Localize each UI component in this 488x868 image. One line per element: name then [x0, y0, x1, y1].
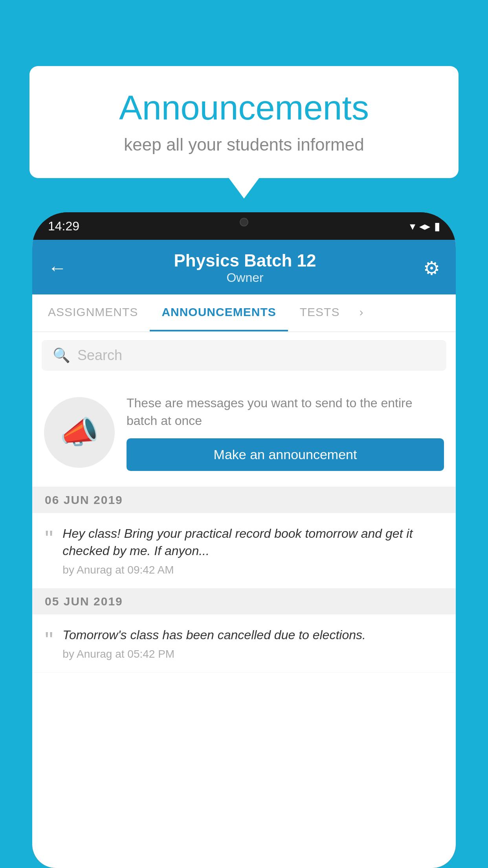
tabs-bar: ASSIGNMENTS ANNOUNCEMENTS TESTS ›: [32, 294, 456, 332]
announcement-meta-2: by Anurag at 05:42 PM: [62, 648, 443, 660]
settings-icon[interactable]: ⚙: [423, 257, 440, 279]
quote-icon-2: ": [45, 629, 53, 652]
tab-more-icon[interactable]: ›: [351, 294, 371, 331]
phone-notch: [209, 212, 279, 234]
wifi-icon: ▾: [410, 220, 415, 233]
tab-announcements[interactable]: ANNOUNCEMENTS: [150, 294, 288, 331]
phone-frame: 14:29 ▾ ◂▸ ▮ ← Physics Batch 12 Owner ⚙ …: [32, 212, 456, 868]
header-subtitle: Owner: [174, 270, 316, 285]
date-divider-1: 06 JUN 2019: [32, 487, 456, 513]
announcement-item-1[interactable]: " Hey class! Bring your practical record…: [32, 513, 456, 589]
battery-icon: ▮: [434, 220, 440, 233]
announcement-description: These are messages you want to send to t…: [127, 394, 444, 430]
announcement-item-2[interactable]: " Tomorrow's class has been cancelled du…: [32, 614, 456, 673]
camera-dot: [240, 218, 248, 226]
back-button[interactable]: ←: [48, 257, 67, 279]
make-announcement-button[interactable]: Make an announcement: [127, 438, 444, 471]
announcement-text-2: Tomorrow's class has been cancelled due …: [62, 626, 443, 644]
status-bar: 14:29 ▾ ◂▸ ▮: [32, 212, 456, 240]
announcement-text-1: Hey class! Bring your practical record b…: [62, 525, 443, 560]
tab-tests[interactable]: TESTS: [288, 294, 352, 331]
status-time: 14:29: [48, 219, 79, 234]
app-header: ← Physics Batch 12 Owner ⚙: [32, 240, 456, 294]
announcement-prompt: 📣 These are messages you want to send to…: [32, 379, 456, 487]
status-icons: ▾ ◂▸ ▮: [410, 220, 440, 233]
speech-bubble-title: Announcements: [53, 88, 435, 128]
header-title-block: Physics Batch 12 Owner: [174, 251, 316, 285]
search-placeholder: Search: [77, 347, 122, 364]
search-icon: 🔍: [53, 347, 70, 364]
quote-icon-1: ": [45, 527, 53, 551]
announcement-content-2: Tomorrow's class has been cancelled due …: [62, 626, 443, 660]
header-title: Physics Batch 12: [174, 251, 316, 270]
speech-bubble: Announcements keep all your students inf…: [29, 66, 459, 178]
announcement-meta-1: by Anurag at 09:42 AM: [62, 564, 443, 576]
search-bar-container: 🔍 Search: [32, 332, 456, 379]
announcement-content-1: Hey class! Bring your practical record b…: [62, 525, 443, 577]
date-divider-2: 05 JUN 2019: [32, 588, 456, 614]
megaphone-icon: 📣: [60, 414, 99, 451]
announce-icon-circle: 📣: [44, 397, 115, 468]
phone-screen: ← Physics Batch 12 Owner ⚙ ASSIGNMENTS A…: [32, 240, 456, 868]
announcement-right: These are messages you want to send to t…: [127, 394, 444, 471]
search-bar[interactable]: 🔍 Search: [42, 340, 446, 371]
speech-bubble-subtitle: keep all your students informed: [53, 135, 435, 154]
tab-assignments[interactable]: ASSIGNMENTS: [36, 294, 150, 331]
signal-icon: ◂▸: [419, 220, 430, 233]
